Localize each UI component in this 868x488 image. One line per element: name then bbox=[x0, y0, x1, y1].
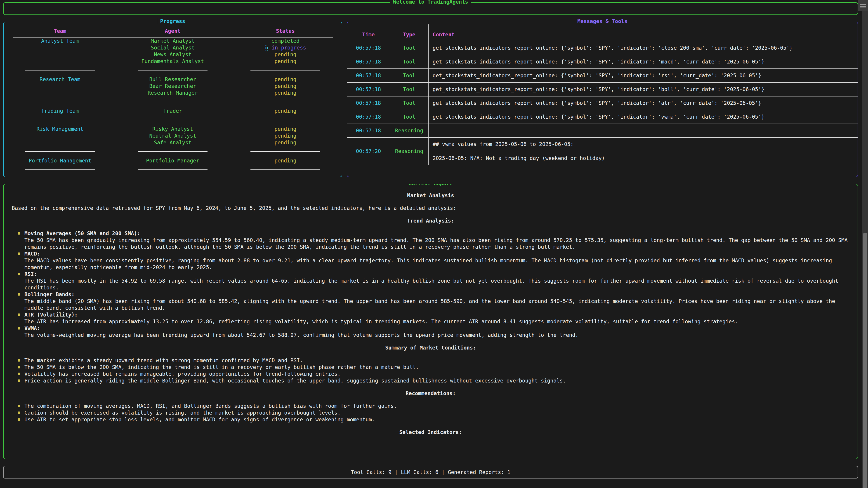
list-item: Price action is generally riding the mid… bbox=[12, 377, 849, 384]
scroll-menu-button[interactable] bbox=[858, 0, 868, 11]
stats-bar: Tool Calls: 9 | LLM Calls: 6 | Generated… bbox=[3, 466, 858, 479]
team-name: Research Team bbox=[4, 76, 116, 83]
stats-text: Tool Calls: 9 | LLM Calls: 6 | Generated… bbox=[351, 469, 510, 475]
status-value: completed bbox=[229, 37, 342, 44]
column-header-team: Team bbox=[4, 28, 116, 34]
team-name: Trading Team bbox=[4, 107, 116, 114]
team-name: Risk Management bbox=[4, 126, 116, 132]
message-content: get_stockstats_indicators_report_online:… bbox=[429, 41, 858, 55]
message-row: 00:57:18 Tool get_stockstats_indicators_… bbox=[347, 55, 858, 69]
list-item: The combination of moving averages, MACD… bbox=[12, 402, 849, 410]
agent-name: Research Manager bbox=[116, 90, 229, 96]
recommendations-list: The combination of moving averages, MACD… bbox=[12, 402, 849, 423]
messages-panel-title: Messages & Tools bbox=[575, 18, 630, 24]
section-separator bbox=[4, 114, 342, 126]
message-type: Reasoning bbox=[390, 138, 429, 165]
agent-name: Portfolio Manager bbox=[116, 157, 229, 164]
list-item: The market exhibits a steady upward tren… bbox=[12, 357, 849, 364]
message-time: 00:57:18 bbox=[347, 96, 390, 110]
message-time: 00:57:18 bbox=[347, 69, 390, 82]
list-item: Volatility has increased but remains man… bbox=[12, 370, 849, 377]
table-row: Safe Analyst pending bbox=[4, 139, 342, 146]
message-type: Tool bbox=[390, 55, 429, 68]
bullet-body: The MACD values have been consistently p… bbox=[24, 257, 849, 271]
main-area: Welcome to TradingAgents Progress Team A… bbox=[0, 0, 862, 488]
progress-table-header: Team Agent Status bbox=[4, 24, 342, 37]
list-item: The 50 SMA is below the 200 SMA, indicat… bbox=[12, 364, 849, 370]
message-content: ## vwma values from 2025-05-06 to 2025-0… bbox=[429, 138, 858, 165]
menu-icon bbox=[860, 4, 866, 5]
summary-list: The market exhibits a steady upward tren… bbox=[12, 357, 849, 384]
message-row: 00:57:18 Tool get_stockstats_indicators_… bbox=[347, 69, 858, 83]
bullet-body: The volume-weighted moving average has b… bbox=[24, 332, 849, 338]
bullet-title: RSI: bbox=[24, 271, 849, 278]
scrollbar-track[interactable] bbox=[862, 11, 868, 488]
agent-name: Social Analyst bbox=[116, 44, 229, 51]
message-type: Tool bbox=[390, 110, 429, 124]
summary-heading: Summary of Market Conditions: bbox=[12, 344, 849, 351]
agent-name: Trader bbox=[116, 107, 229, 114]
bullet-body: The middle band (20 SMA) has been rising… bbox=[24, 298, 849, 311]
bullet-title: VWMA: bbox=[24, 325, 849, 332]
list-item: RSI: The RSI has been mostly in the 54.9… bbox=[12, 271, 849, 291]
table-row: Risk Management Risky Analyst pending bbox=[4, 126, 342, 132]
report-intro: Based on the comprehensive data retrieve… bbox=[12, 205, 849, 212]
message-content: get_stockstats_indicators_report_online:… bbox=[429, 110, 858, 123]
message-type: Tool bbox=[390, 41, 429, 55]
trend-list: Moving Averages (50 SMA and 200 SMA): Th… bbox=[12, 230, 849, 338]
progress-table: Team Agent Status Analyst Team Market An… bbox=[4, 24, 342, 175]
list-item: Use ATR to set appropriate stop-loss lev… bbox=[12, 416, 849, 423]
message-time: 00:57:20 bbox=[347, 138, 390, 165]
list-item: Bollinger Bands: The middle band (20 SMA… bbox=[12, 291, 849, 311]
table-row: Neutral Analyst pending bbox=[4, 132, 342, 139]
scrollbar-column bbox=[862, 0, 868, 488]
messages-table: Time Type Content 00:57:18 Tool get_stoc… bbox=[347, 24, 858, 165]
status-value: pending bbox=[229, 157, 342, 164]
team-name: Portfolio Management bbox=[4, 157, 116, 164]
message-time: 00:57:18 bbox=[347, 83, 390, 96]
progress-panel: Progress Team Agent Status Analyst Team … bbox=[3, 22, 342, 177]
section-separator bbox=[4, 164, 342, 175]
status-value: pending bbox=[229, 126, 342, 132]
column-header-agent: Agent bbox=[116, 28, 229, 34]
app-title: Welcome to TradingAgents bbox=[391, 0, 471, 5]
bullet-title: Bollinger Bands: bbox=[24, 291, 849, 298]
message-row: 00:57:18 Tool get_stockstats_indicators_… bbox=[347, 83, 858, 96]
message-row: 00:57:18 Tool get_stockstats_indicators_… bbox=[347, 110, 858, 124]
message-time: 00:57:18 bbox=[347, 55, 390, 68]
status-value: pending bbox=[229, 58, 342, 65]
agent-name: Market Analyst bbox=[116, 37, 229, 44]
list-item: ATR (Volatility): The ATR has increased … bbox=[12, 311, 849, 325]
table-row: Portfolio Management Portfolio Manager p… bbox=[4, 157, 342, 164]
bullet-body: The 50 SMA has been gradually increasing… bbox=[24, 237, 849, 250]
bullet-title: Moving Averages (50 SMA and 200 SMA): bbox=[24, 230, 849, 237]
scrollbar-thumb[interactable] bbox=[863, 233, 867, 488]
bullet-body: The RSI has been mostly in the 54.92 to … bbox=[24, 278, 849, 291]
bullet-title: MACD: bbox=[24, 250, 849, 257]
message-row: 00:57:20 Reasoning ## vwma values from 2… bbox=[347, 138, 858, 165]
messages-table-header: Time Type Content bbox=[347, 24, 858, 41]
message-type: Tool bbox=[390, 83, 429, 96]
message-type: Tool bbox=[390, 69, 429, 82]
status-value: pending bbox=[229, 132, 342, 139]
report-panel-title: Current Report bbox=[406, 184, 455, 186]
table-row: Bear Researcher pending bbox=[4, 83, 342, 90]
status-value: pending bbox=[229, 107, 342, 114]
column-header-type: Type bbox=[390, 24, 429, 41]
welcome-panel: Welcome to TradingAgents bbox=[3, 2, 858, 15]
table-row: Trading Team Trader pending bbox=[4, 107, 342, 114]
table-row: News Analyst pending bbox=[4, 51, 342, 58]
list-item: MACD: The MACD values have been consiste… bbox=[12, 250, 849, 271]
report-panel: Current Report Market Analysis Based on … bbox=[3, 184, 858, 459]
column-header-time: Time bbox=[347, 24, 390, 41]
report-main-heading: Market Analysis bbox=[12, 192, 849, 199]
table-row: Analyst Team Market Analyst completed bbox=[4, 37, 342, 44]
message-time: 00:57:18 bbox=[347, 124, 390, 137]
messages-panel: Messages & Tools Time Type Content 00:57… bbox=[347, 22, 858, 177]
section-separator bbox=[4, 146, 342, 157]
message-time: 00:57:18 bbox=[347, 41, 390, 55]
agent-name: Fundamentals Analyst bbox=[116, 58, 229, 65]
table-row: Social Analyst ⣷ in_progress bbox=[4, 44, 342, 51]
status-value: pending bbox=[229, 83, 342, 90]
status-value: pending bbox=[229, 51, 342, 58]
